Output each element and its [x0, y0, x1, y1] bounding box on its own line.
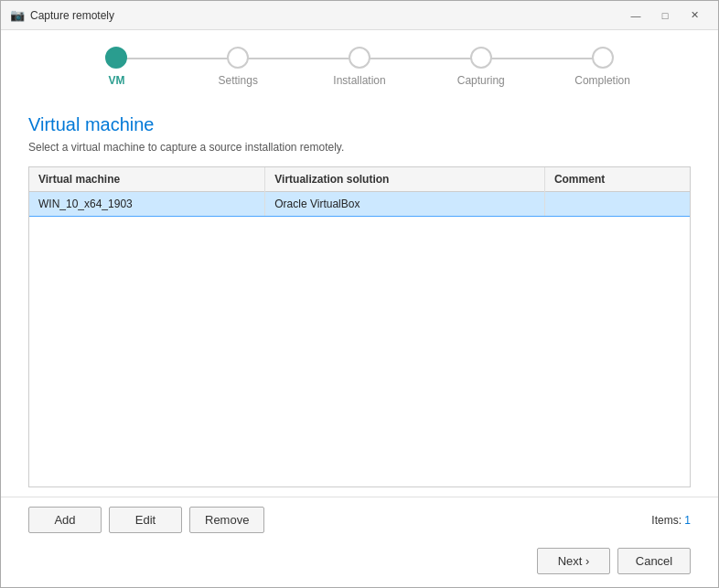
col-header-virt: Virtualization solution [265, 167, 545, 192]
table-header-row: Virtual machine Virtualization solution … [29, 167, 690, 192]
items-count-display: Items: 1 [651, 514, 691, 527]
col-header-vm: Virtual machine [29, 167, 265, 192]
maximize-button[interactable]: □ [650, 1, 680, 30]
items-count-value: 1 [684, 514, 691, 527]
minimize-button[interactable]: — [621, 1, 650, 30]
step-completion-label: Completion [574, 74, 630, 87]
items-label: Items: [651, 514, 681, 527]
main-content: Virtual machine Select a virtual machine… [1, 96, 718, 497]
vm-table: Virtual machine Virtualization solution … [28, 166, 691, 487]
step-installation-circle [349, 47, 370, 69]
wizard-steps: VM Settings Installation Capturing Compl… [1, 30, 718, 96]
step-settings-circle [227, 47, 249, 69]
action-buttons: Add Edit Remove [28, 507, 264, 533]
step-vm: VM [56, 47, 177, 87]
step-settings-label: Settings [219, 74, 258, 87]
step-installation-label: Installation [333, 74, 385, 87]
window-title: Capture remotely [30, 9, 621, 22]
bottom-toolbar: Add Edit Remove Items: 1 [1, 497, 718, 540]
close-button[interactable]: ✕ [680, 1, 709, 30]
page-description: Select a virtual machine to capture a so… [28, 141, 691, 154]
titlebar: 📷 Capture remotely — □ ✕ [1, 1, 718, 30]
footer: Next › Cancel [1, 540, 718, 587]
step-capturing: Capturing [420, 47, 542, 87]
step-completion-circle [592, 47, 614, 69]
step-installation: Installation [299, 47, 421, 87]
step-vm-label: VM [108, 74, 124, 87]
step-vm-circle [105, 47, 127, 69]
main-window: 📷 Capture remotely — □ ✕ VM Settings Ins… [0, 0, 719, 588]
cancel-button[interactable]: Cancel [617, 548, 691, 574]
table-row[interactable]: WIN_10_x64_1903Oracle VirtualBox [29, 192, 690, 217]
remove-button[interactable]: Remove [189, 507, 264, 533]
step-capturing-label: Capturing [457, 74, 505, 87]
window-controls: — □ ✕ [621, 1, 709, 30]
window-icon: 📷 [10, 8, 25, 23]
step-settings: Settings [177, 47, 299, 87]
step-capturing-circle [470, 47, 492, 69]
step-completion: Completion [542, 47, 663, 87]
edit-button[interactable]: Edit [109, 507, 182, 533]
add-button[interactable]: Add [28, 507, 102, 533]
col-header-comment: Comment [544, 167, 690, 192]
page-title: Virtual machine [28, 114, 691, 135]
next-button[interactable]: Next › [537, 548, 610, 574]
